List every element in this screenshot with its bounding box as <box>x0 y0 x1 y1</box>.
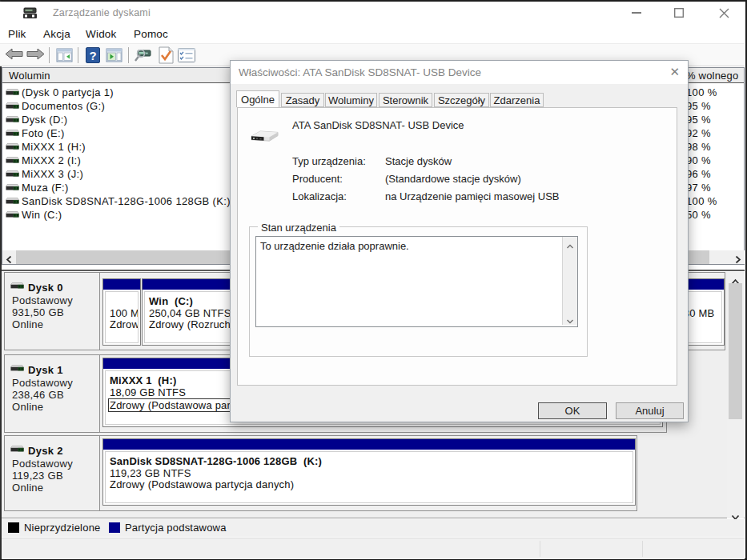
svg-text:?: ? <box>89 49 96 62</box>
